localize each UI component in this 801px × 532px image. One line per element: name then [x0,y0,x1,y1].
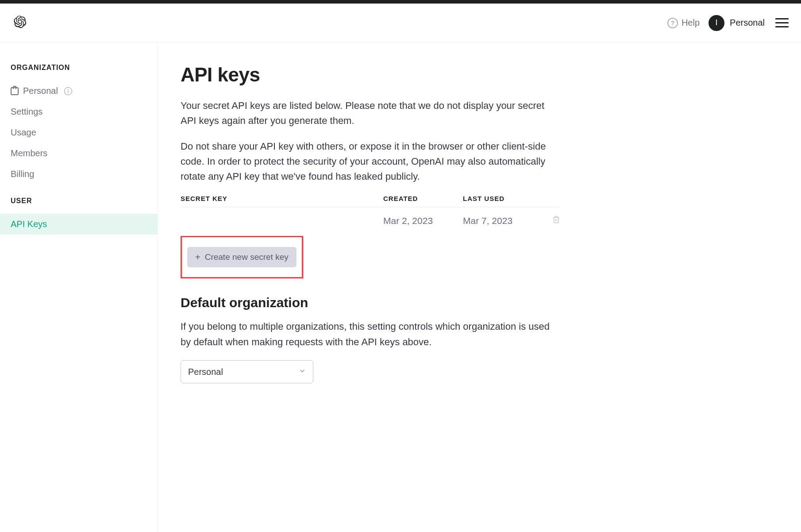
intro-paragraph-1: Your secret API keys are listed below. P… [181,98,559,128]
sidebar-item-label: API Keys [11,219,47,229]
default-org-title: Default organization [181,295,559,310]
app-header: ? Help I Personal [0,4,801,42]
default-org-select[interactable]: Personal [181,360,313,383]
intro-paragraph-2: Do not share your API key with others, o… [181,139,559,184]
create-secret-key-button[interactable]: + Create new secret key [187,247,297,267]
avatar-initial: I [716,18,718,27]
page-title: API keys [181,64,559,86]
sidebar-item-label: Settings [11,107,42,117]
cell-last-used: Mar 7, 2023 [463,216,543,226]
sidebar-item-settings[interactable]: Settings [0,101,157,122]
sidebar-org-name: Personal [23,86,58,96]
sidebar-section-user: USER [0,197,157,214]
keys-table-header: SECRET KEY CREATED LAST USED [181,195,559,207]
th-created: CREATED [383,195,463,202]
briefcase-icon [11,87,19,95]
menu-icon[interactable] [774,16,790,29]
sidebar-item-label: Billing [11,169,34,179]
avatar: I [709,15,724,31]
sidebar-item-billing[interactable]: Billing [0,164,157,185]
default-org-description: If you belong to multiple organizations,… [181,319,559,349]
sidebar-section-organization: ORGANIZATION [0,64,157,81]
main-content: API keys Your secret API keys are listed… [158,42,582,532]
table-row: Mar 2, 2023 Mar 7, 2023 [181,207,559,234]
user-menu[interactable]: I Personal [709,15,765,31]
cell-created: Mar 2, 2023 [383,216,463,226]
plus-icon: + [195,253,200,262]
top-dark-bar [0,0,801,4]
sidebar-item-org-personal[interactable]: Personal i [0,81,157,101]
trash-icon[interactable] [552,216,560,226]
sidebar-item-members[interactable]: Members [0,143,157,164]
sidebar-item-label: Usage [11,127,36,138]
sidebar: ORGANIZATION Personal i Settings Usage M… [0,42,158,532]
help-label: Help [682,18,700,28]
openai-logo[interactable] [11,14,27,32]
annotation-highlight: + Create new secret key [181,236,303,278]
th-last-used: LAST USED [463,195,543,202]
default-org-select-wrap: Personal [181,360,313,383]
info-icon[interactable]: i [64,87,72,95]
help-link[interactable]: ? Help [667,18,700,28]
sidebar-item-label: Members [11,148,47,158]
th-secret-key: SECRET KEY [181,195,383,202]
help-icon: ? [667,18,678,28]
sidebar-item-usage[interactable]: Usage [0,122,157,143]
sidebar-item-api-keys[interactable]: API Keys [0,214,157,235]
create-button-label: Create new secret key [205,252,289,262]
user-name: Personal [730,18,765,28]
